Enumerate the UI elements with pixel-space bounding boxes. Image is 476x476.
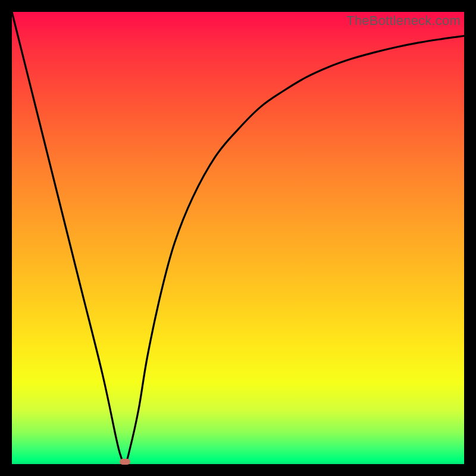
min-marker [120,459,130,465]
chart-frame: TheBottleneck.com [12,12,464,464]
bottleneck-curve [12,12,464,464]
watermark-text: TheBottleneck.com [346,13,461,29]
curve-path [12,12,464,464]
